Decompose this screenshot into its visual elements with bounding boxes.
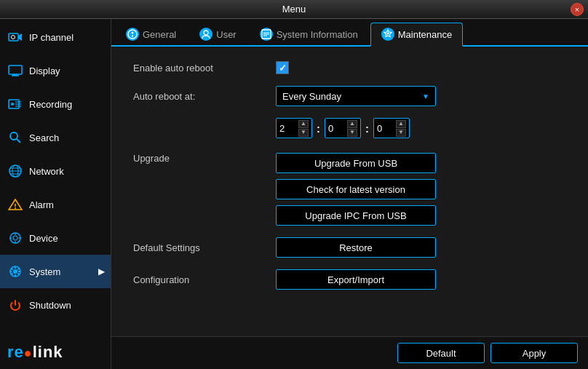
upgrade-label: Upgrade xyxy=(133,153,264,164)
sidebar-label: Alarm xyxy=(29,199,54,210)
device-icon xyxy=(7,230,23,246)
time-colon-1: : xyxy=(317,122,320,135)
maintenance-panel: Enable auto reboot Auto reboot at: Every… xyxy=(111,47,588,336)
sidebar-item-search[interactable]: Search xyxy=(0,121,111,154)
default-button[interactable]: Default xyxy=(397,343,485,363)
apply-button[interactable]: Apply xyxy=(490,343,578,363)
minute-value: 0 xyxy=(328,123,333,134)
second-up-button[interactable]: ▲ xyxy=(396,120,406,128)
window-title: Menu xyxy=(282,4,306,15)
svg-point-7 xyxy=(11,103,14,106)
sidebar-label: System xyxy=(29,266,60,277)
default-btn-label: Default xyxy=(426,348,456,359)
svg-point-40 xyxy=(204,31,208,35)
reolink-logo: re●link xyxy=(0,336,111,369)
hour-spinner[interactable]: 2 ▲ ▼ xyxy=(276,118,312,138)
tab-label: General xyxy=(143,29,176,40)
tab-general[interactable]: General xyxy=(115,23,187,45)
general-tab-icon xyxy=(126,28,139,41)
svg-point-2 xyxy=(12,36,15,39)
reboot-schedule-value: Every Sunday xyxy=(282,91,341,102)
svg-rect-0 xyxy=(9,33,18,41)
second-value: 0 xyxy=(377,123,382,134)
svg-rect-3 xyxy=(9,66,22,74)
tab-label: System Information xyxy=(277,29,358,40)
sidebar-label: Search xyxy=(29,132,59,143)
time-colon-2: : xyxy=(365,122,369,135)
sidebar-label: Network xyxy=(29,166,64,177)
sidebar-label: Device xyxy=(29,233,58,244)
sidebar-item-shutdown[interactable]: Shutdown xyxy=(0,288,111,322)
svg-line-36 xyxy=(12,273,13,274)
upgrade-from-usb-button[interactable]: Upgrade From USB xyxy=(276,153,436,173)
upgrade-row: Upgrade Upgrade From USB Check for lates… xyxy=(133,153,566,226)
auto-reboot-at-label: Auto reboot at: xyxy=(133,91,264,102)
upgrade-usb-label: Upgrade From USB xyxy=(314,158,397,169)
upgrade-buttons: Upgrade From USB Check for latest versio… xyxy=(276,153,436,226)
default-settings-row: Default Settings Restore xyxy=(133,237,566,258)
title-bar: Menu × xyxy=(0,0,588,19)
svg-point-37 xyxy=(128,30,137,39)
dropdown-arrow-icon: ▼ xyxy=(422,92,429,100)
auto-reboot-at-row: Auto reboot at: Every Sunday ▼ xyxy=(133,86,566,106)
sidebar-item-network[interactable]: Network xyxy=(0,154,111,188)
sidebar-item-system[interactable]: System ▶ xyxy=(0,255,111,288)
tab-bar: General User xyxy=(111,19,588,47)
upgrade-ipc-label: Upgrade IPC From USB xyxy=(305,210,406,221)
export-import-button[interactable]: Export/Import xyxy=(276,269,436,290)
reboot-schedule-dropdown[interactable]: Every Sunday ▼ xyxy=(276,86,436,106)
restore-button[interactable]: Restore xyxy=(276,237,436,258)
sidebar-item-ip-channel[interactable]: IP channel xyxy=(0,20,111,54)
sidebar-item-device[interactable]: Device xyxy=(0,221,111,255)
tab-maintenance[interactable]: Maintenance xyxy=(370,23,463,47)
configuration-label: Configuration xyxy=(133,274,264,285)
recording-icon xyxy=(7,96,23,112)
sidebar-label: Display xyxy=(29,66,60,76)
second-spinner-buttons: ▲ ▼ xyxy=(396,120,406,137)
upgrade-ipc-button[interactable]: Upgrade IPC From USB xyxy=(276,205,436,226)
svg-point-28 xyxy=(13,269,17,274)
check-latest-version-button[interactable]: Check for latest version xyxy=(276,179,436,199)
sidebar-item-alarm[interactable]: Alarm xyxy=(0,188,111,221)
time-row: 2 ▲ ▼ : 0 ▲ ▼ : 0 xyxy=(276,118,566,138)
main-layout: IP channel Display xyxy=(0,19,588,369)
svg-line-12 xyxy=(17,139,20,143)
tab-label: User xyxy=(216,29,236,40)
check-latest-label: Check for latest version xyxy=(306,184,405,195)
sysinfo-tab-icon xyxy=(260,28,273,41)
hour-value: 2 xyxy=(279,123,285,134)
restore-label: Restore xyxy=(339,242,373,253)
arrow-icon: ▶ xyxy=(98,266,105,277)
sidebar-item-display[interactable]: Display xyxy=(0,54,111,87)
sidebar-label: Shutdown xyxy=(29,300,71,311)
sidebar: IP channel Display xyxy=(0,19,111,369)
minute-down-button[interactable]: ▼ xyxy=(347,129,357,137)
enable-auto-reboot-label: Enable auto reboot xyxy=(133,63,264,74)
svg-line-33 xyxy=(12,269,13,270)
hour-down-button[interactable]: ▼ xyxy=(298,129,309,137)
tab-system-info[interactable]: System Information xyxy=(249,23,369,45)
maintenance-tab-icon xyxy=(381,28,394,41)
system-icon xyxy=(7,263,23,279)
configuration-row: Configuration Export/Import xyxy=(133,269,566,290)
alarm-icon xyxy=(7,197,23,213)
tab-user[interactable]: User xyxy=(188,23,247,45)
content-area: General User xyxy=(111,19,588,369)
sidebar-label: Recording xyxy=(29,99,72,110)
close-button[interactable]: × xyxy=(571,3,584,16)
user-tab-icon xyxy=(199,28,212,41)
hour-up-button[interactable]: ▲ xyxy=(298,120,309,128)
bottom-bar: Default Apply xyxy=(111,336,588,369)
second-down-button[interactable]: ▼ xyxy=(396,129,406,137)
svg-line-35 xyxy=(17,269,19,270)
auto-reboot-enable-row: Enable auto reboot xyxy=(133,61,566,74)
camera-icon xyxy=(7,29,23,45)
hour-spinner-buttons: ▲ ▼ xyxy=(298,120,309,137)
sidebar-item-recording[interactable]: Recording xyxy=(0,87,111,121)
export-import-label: Export/Import xyxy=(327,274,384,285)
svg-line-34 xyxy=(17,273,19,274)
minute-up-button[interactable]: ▲ xyxy=(347,120,357,128)
enable-auto-reboot-checkbox[interactable] xyxy=(276,61,289,74)
second-spinner[interactable]: 0 ▲ ▼ xyxy=(373,118,410,138)
minute-spinner[interactable]: 0 ▲ ▼ xyxy=(325,118,361,138)
